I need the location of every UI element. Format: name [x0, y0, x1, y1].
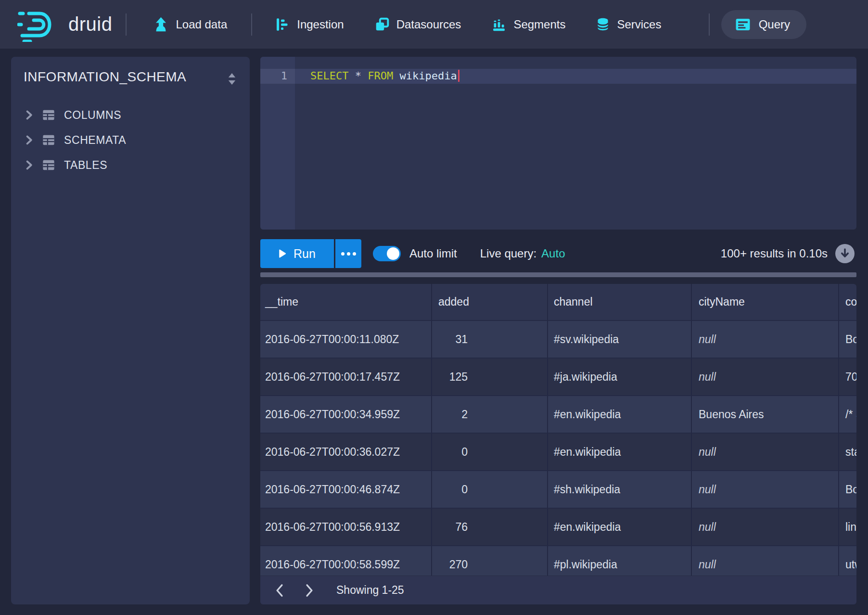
upload-arrow-icon — [153, 17, 168, 32]
cell-added[interactable]: 2 — [432, 396, 548, 434]
column-header-cityname[interactable]: cityName — [692, 284, 839, 321]
nav-item-load-data[interactable]: Load data — [153, 17, 227, 32]
cell-channel[interactable]: #ja.wikipedia — [548, 359, 692, 396]
next-page-button[interactable] — [301, 581, 318, 600]
ellipsis-icon — [341, 252, 345, 256]
schema-sidebar: INFORMATION_SCHEMA COLUMNS — [11, 57, 250, 604]
tree-item-columns[interactable]: COLUMNS — [11, 102, 250, 128]
toggle-knob — [387, 247, 399, 260]
live-query-label: Live query: — [480, 247, 536, 260]
sql-editor[interactable]: 1 SELECT * FROM wikipedia — [260, 57, 856, 230]
cell-comment[interactable]: Bot — [839, 321, 856, 359]
cell-time[interactable]: 2016-06-27T00:00:17.457Z — [260, 359, 432, 396]
ingestion-chart-icon — [275, 17, 290, 32]
chevron-right-icon — [305, 584, 314, 597]
tree-item-label: SCHEMATA — [64, 134, 126, 147]
cell-cityname[interactable]: null — [692, 321, 839, 359]
cell-comment[interactable]: Bot — [839, 471, 856, 509]
column-header-channel[interactable]: channel — [548, 284, 692, 321]
nav-item-datasources[interactable]: Datasources — [375, 17, 461, 32]
cell-added[interactable]: 0 — [432, 471, 548, 509]
schema-title: INFORMATION_SCHEMA — [24, 69, 186, 85]
cell-cityname[interactable]: null — [692, 359, 839, 396]
results-table: __time added channel cityName comment 20… — [260, 284, 856, 604]
column-header-added[interactable]: added — [432, 284, 548, 321]
nav-item-query[interactable]: Query — [721, 10, 806, 39]
cell-time[interactable]: 2016-06-27T00:00:56.913Z — [260, 509, 432, 546]
pagination-bar: Showing 1-25 — [260, 576, 856, 604]
sql-table-ref: wikipedia — [399, 70, 457, 82]
nav-item-label: Ingestion — [297, 18, 344, 31]
nav-item-label: Segments — [513, 18, 565, 31]
cell-comment[interactable]: link — [839, 509, 856, 546]
tree-item-label: TABLES — [64, 159, 107, 172]
cell-time[interactable]: 2016-06-27T00:00:36.027Z — [260, 434, 432, 471]
sql-star: * — [348, 70, 368, 82]
nav-item-ingestion[interactable]: Ingestion — [275, 17, 344, 32]
cell-comment[interactable]: sta — [839, 434, 856, 471]
auto-limit-toggle[interactable] — [373, 246, 401, 261]
cell-added[interactable]: 125 — [432, 359, 548, 396]
table-header-row: __time added channel cityName comment — [260, 284, 856, 321]
cell-added[interactable]: 31 — [432, 321, 548, 359]
cell-channel[interactable]: #en.wikipedia — [548, 434, 692, 471]
top-navbar: druid Load data Ingestion Datasources — [0, 0, 868, 49]
cell-added[interactable]: 76 — [432, 509, 548, 546]
text-cursor — [458, 70, 460, 82]
panel-resize-handle[interactable] — [260, 272, 856, 277]
cell-channel[interactable]: #sv.wikipedia — [548, 321, 692, 359]
more-options-button[interactable] — [335, 239, 361, 268]
nav-item-label: Load data — [176, 18, 227, 31]
navbar-separator — [126, 13, 127, 36]
run-button-label: Run — [294, 247, 316, 261]
cell-time[interactable]: 2016-06-27T00:00:34.959Z — [260, 396, 432, 434]
druid-logo[interactable]: druid — [17, 7, 112, 42]
cell-channel[interactable]: #en.wikipedia — [548, 509, 692, 546]
table-row: 2016-06-27T00:00:17.457Z 125 #ja.wikiped… — [260, 359, 856, 396]
cell-cityname[interactable]: null — [692, 509, 839, 546]
cell-comment[interactable]: 70. — [839, 359, 856, 396]
table-row: 2016-06-27T00:00:11.080Z 31 #sv.wikipedi… — [260, 321, 856, 359]
nav-item-services[interactable]: Services — [596, 17, 661, 32]
cell-time[interactable]: 2016-06-27T00:00:11.080Z — [260, 321, 432, 359]
datasources-layers-icon — [375, 17, 389, 32]
query-run-bar: Run Auto limit Live query: Auto 100+ res… — [260, 239, 856, 268]
column-header-time[interactable]: __time — [260, 284, 432, 321]
tree-item-tables[interactable]: TABLES — [11, 153, 250, 178]
druid-logo-icon — [17, 7, 60, 42]
cell-channel[interactable]: #en.wikipedia — [548, 396, 692, 434]
cell-comment[interactable]: /* S — [839, 396, 856, 434]
chevron-right-icon[interactable] — [24, 110, 34, 120]
logo-text: druid — [68, 13, 112, 35]
tree-item-schemata[interactable]: SCHEMATA — [11, 128, 250, 153]
table-icon — [42, 159, 55, 171]
segments-bar-chart-icon — [492, 17, 506, 32]
nav-item-label: Services — [617, 18, 661, 31]
column-header-comment[interactable]: comment — [839, 284, 856, 321]
sql-keyword: FROM — [368, 70, 393, 82]
previous-page-button[interactable] — [271, 581, 288, 600]
cell-cityname[interactable]: null — [692, 471, 839, 509]
cell-time[interactable]: 2016-06-27T00:00:46.874Z — [260, 471, 432, 509]
table-row: 2016-06-27T00:00:56.913Z 76 #en.wikipedi… — [260, 509, 856, 546]
schema-tree: COLUMNS SCHEMATA — [11, 102, 250, 178]
chevron-right-icon[interactable] — [24, 135, 34, 145]
download-results-button[interactable] — [835, 244, 855, 263]
cell-cityname[interactable]: null — [692, 434, 839, 471]
chevron-left-icon — [275, 584, 284, 597]
nav-item-segments[interactable]: Segments — [492, 17, 565, 32]
cell-cityname[interactable]: Buenos Aires — [692, 396, 839, 434]
sql-code-line[interactable]: SELECT * FROM wikipedia — [310, 70, 460, 82]
run-button[interactable]: Run — [260, 239, 334, 268]
results-summary: 100+ results in 0.10s — [721, 247, 828, 260]
query-console-icon — [735, 16, 751, 33]
double-caret-vertical-icon[interactable] — [226, 72, 238, 88]
play-icon — [279, 249, 286, 258]
cell-added[interactable]: 0 — [432, 434, 548, 471]
navbar-separator — [251, 13, 252, 36]
live-query-value[interactable]: Auto — [541, 247, 565, 260]
cell-channel[interactable]: #sh.wikipedia — [548, 471, 692, 509]
table-row: 2016-06-27T00:00:36.027Z 0 #en.wikipedia… — [260, 434, 856, 471]
chevron-right-icon[interactable] — [24, 160, 34, 170]
table-icon — [42, 109, 55, 121]
